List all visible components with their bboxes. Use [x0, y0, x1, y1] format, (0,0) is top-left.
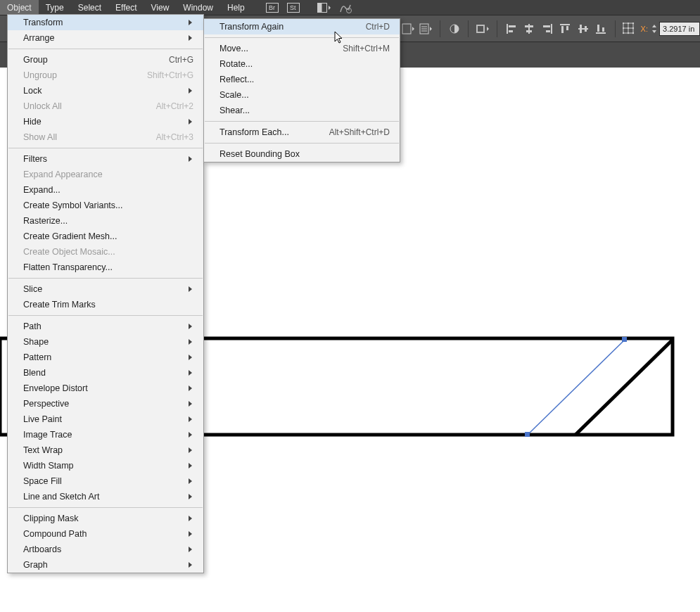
gpu-preview-icon[interactable]	[335, 0, 356, 15]
menu-rotate[interactable]: Rotate...	[204, 56, 400, 72]
menu-rasterize[interactable]: Rasterize...	[8, 213, 203, 229]
align-right-icon[interactable]	[540, 20, 554, 37]
menu-perspective[interactable]: Perspective	[8, 396, 203, 412]
align-top-icon[interactable]	[558, 20, 571, 37]
stock-icon[interactable]: St	[283, 0, 304, 15]
svg-rect-50	[622, 337, 627, 342]
svg-point-37	[623, 23, 624, 24]
transform-reference-icon[interactable]	[623, 20, 637, 37]
menu-space-fill[interactable]: Space Fill	[8, 473, 203, 489]
menu-create-trim-marks[interactable]: Create Trim Marks	[8, 297, 203, 312]
menu-item-label: Shear...	[219, 106, 250, 115]
menubar-item-view[interactable]: View	[144, 0, 177, 15]
menu-transform-again[interactable]: Transform AgainCtrl+D	[204, 19, 400, 34]
menu-separator	[205, 121, 399, 122]
menu-item-label: Graph	[23, 560, 48, 570]
submenu-arrow-icon	[188, 87, 193, 94]
svg-text:Br: Br	[269, 4, 275, 11]
svg-rect-8	[402, 24, 411, 34]
menu-pattern[interactable]: Pattern	[8, 350, 203, 365]
menu-live-paint[interactable]: Live Paint	[8, 412, 203, 427]
menubar-item-object[interactable]: Object	[0, 0, 39, 15]
svg-rect-27	[566, 26, 568, 30]
menu-item-label: Expand Appearance	[23, 170, 103, 179]
submenu-arrow-icon	[188, 19, 193, 26]
svg-rect-21	[526, 30, 532, 32]
align-hcenter-icon[interactable]	[522, 20, 535, 37]
menu-item-label: Create Gradient Mesh...	[23, 231, 117, 241]
menu-arrange[interactable]: Arrange	[8, 30, 203, 46]
menu-path[interactable]: Path	[8, 319, 203, 334]
svg-rect-49	[525, 432, 530, 437]
menu-shear[interactable]: Shear...	[204, 103, 400, 118]
submenu-arrow-icon	[188, 155, 193, 162]
menubar-label: View	[151, 3, 170, 13]
svg-rect-20	[525, 25, 533, 27]
svg-rect-30	[585, 26, 587, 32]
menu-blend[interactable]: Blend	[8, 365, 203, 381]
arrange-documents-icon[interactable]	[314, 0, 335, 15]
menu-width-stamp[interactable]: Width Stamp	[8, 458, 203, 473]
submenu-arrow-icon	[188, 546, 193, 553]
menu-item-shortcut: Alt+Shift+Ctrl+D	[329, 127, 390, 137]
menu-graph[interactable]: Graph	[8, 557, 203, 573]
style-icon[interactable]	[476, 20, 490, 37]
menu-image-trace[interactable]: Image Trace	[8, 427, 203, 442]
submenu-arrow-icon	[188, 416, 193, 423]
menubar-item-effect[interactable]: Effect	[108, 0, 144, 15]
opacity-icon[interactable]	[447, 20, 461, 37]
menu-reflect[interactable]: Reflect...	[204, 72, 400, 87]
bridge-icon[interactable]: Br	[262, 0, 283, 15]
menu-flatten-transparency[interactable]: Flatten Transparency...	[8, 260, 203, 275]
menu-filters[interactable]: Filters	[8, 151, 203, 167]
menu-item-label: Rotate...	[219, 59, 253, 69]
align-bottom-icon[interactable]	[594, 20, 607, 37]
menubar-item-type[interactable]: Type	[39, 0, 71, 15]
align-vcenter-icon[interactable]	[576, 20, 590, 37]
submenu-arrow-icon	[188, 34, 193, 42]
menu-envelope-distort[interactable]: Envelope Distort	[8, 381, 203, 396]
menu-item-label: Move...	[219, 44, 248, 53]
menu-clipping-mask[interactable]: Clipping Mask	[8, 511, 203, 526]
menu-separator	[205, 37, 399, 38]
menu-slice[interactable]: Slice	[8, 281, 203, 297]
menu-text-wrap[interactable]: Text Wrap	[8, 442, 203, 458]
stepper-down-icon[interactable]	[651, 29, 658, 34]
menu-artboards[interactable]: Artboards	[8, 542, 203, 557]
menubar-item-help[interactable]: Help	[220, 0, 252, 15]
menu-line-and-sketch-art[interactable]: Line and Sketch Art	[8, 489, 203, 504]
menu-item-label: Show All	[23, 132, 57, 142]
menu-item-label: Width Stamp	[23, 461, 74, 471]
menu-item-shortcut: Ctrl+G	[169, 55, 193, 65]
menu-item-label: Lock	[23, 86, 42, 96]
align-left-icon[interactable]	[504, 20, 518, 37]
doc-setup-icon[interactable]	[401, 20, 414, 37]
menu-scale[interactable]: Scale...	[204, 87, 400, 103]
menu-transform[interactable]: Transform	[8, 15, 203, 30]
menu-item-shortcut: Shift+Ctrl+M	[343, 44, 390, 53]
menu-shape[interactable]: Shape	[8, 334, 203, 350]
stepper-up-icon[interactable]	[651, 23, 658, 29]
menu-expand[interactable]: Expand...	[8, 182, 203, 198]
menu-move[interactable]: Move...Shift+Ctrl+M	[204, 41, 400, 56]
menubar-item-window[interactable]: Window	[176, 0, 220, 15]
menu-reset-bounding-box[interactable]: Reset Bounding Box	[204, 146, 400, 162]
menu-transform-each[interactable]: Transform Each...Alt+Shift+Ctrl+D	[204, 125, 400, 140]
submenu-arrow-icon	[188, 561, 193, 568]
menu-create-gradient-mesh[interactable]: Create Gradient Mesh...	[8, 229, 203, 244]
preferences-icon[interactable]	[419, 20, 432, 37]
menu-separator	[8, 507, 203, 508]
menubar-label: Select	[78, 3, 101, 13]
menu-lock[interactable]: Lock	[8, 83, 203, 98]
svg-point-42	[632, 27, 633, 28]
menu-item-label: Live Paint	[23, 414, 62, 424]
menubar-item-select[interactable]: Select	[71, 0, 108, 15]
menu-separator	[8, 49, 203, 49]
menu-hide[interactable]: Hide	[8, 114, 203, 129]
x-position-input[interactable]	[659, 22, 700, 36]
submenu-arrow-icon	[188, 400, 193, 407]
menu-compound-path[interactable]: Compound Path	[8, 526, 203, 542]
menu-create-symbol-variants[interactable]: Create Symbol Variants...	[8, 198, 203, 213]
menu-group[interactable]: GroupCtrl+G	[8, 52, 203, 68]
svg-point-43	[623, 32, 624, 33]
